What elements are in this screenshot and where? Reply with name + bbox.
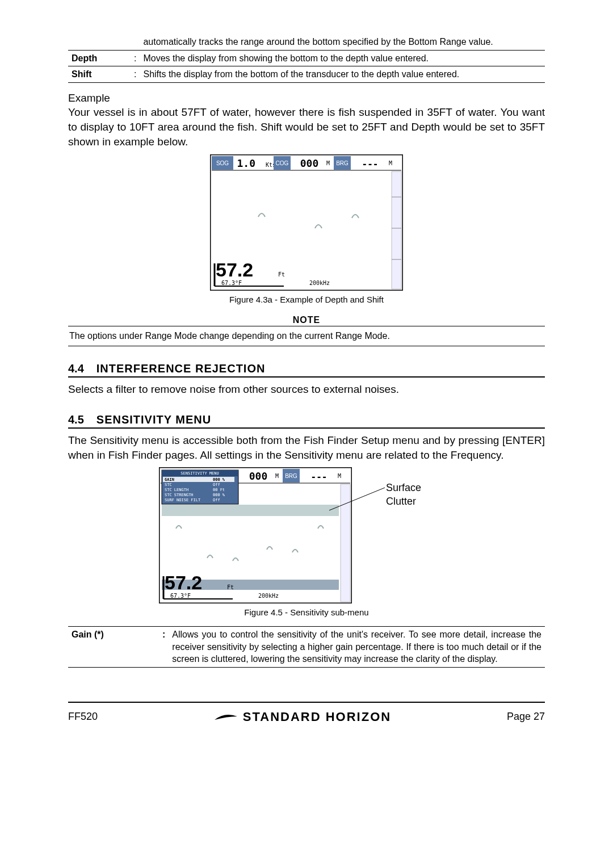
section-title: SENSITIVITY MENU [96,412,211,427]
footer-left: FF520 [68,710,98,723]
svg-text:COG: COG [276,160,289,166]
svg-text:BRG: BRG [285,473,297,479]
svg-rect-48 [162,505,339,516]
note-text: The options under Range Mode change depe… [69,331,390,341]
footer-right: Page 27 [507,710,545,723]
figure-4-5-caption: Figure 4.5 - Sensitivity sub-menu [68,607,545,618]
svg-rect-14 [392,171,401,289]
svg-text:Off: Off [213,498,220,502]
svg-text:SURF NOISE FILT: SURF NOISE FILT [165,498,201,502]
page-footer: FF520 STANDARD HORIZON Page 27 [68,702,545,726]
swoosh-icon [213,711,238,723]
gain-term: Gain (*) [68,626,159,667]
term-shift: Shift [68,66,131,83]
note-box: The options under Range Mode change depe… [68,326,545,346]
svg-text:SENSITIVITY MENU: SENSITIVITY MENU [180,471,219,476]
gain-definition: Gain (*) : Allows you to control the sen… [68,626,545,668]
svg-text:M: M [338,473,341,479]
svg-text:STC STRENGTH: STC STRENGTH [165,493,194,497]
svg-text:---: --- [311,471,328,482]
prev-desc: automatically tracks the range around th… [140,34,545,50]
desc-shift: Shifts the display from the bottom of th… [140,66,545,83]
term-depth: Depth [68,50,131,66]
gain-desc: Allows you to control the sensitivity of… [169,626,545,667]
svg-text:000: 000 [249,470,268,482]
brand-logo: STANDARD HORIZON [213,708,391,726]
svg-text:200kHz: 200kHz [258,593,279,599]
section-4-4-body: Selects a filter to remove noise from ot… [68,382,545,397]
svg-text:67.3°F: 67.3°F [170,593,191,599]
definition-table: automatically tracks the range around th… [68,34,545,83]
svg-text:---: --- [362,158,379,169]
svg-text:00 Ft: 00 Ft [213,488,225,492]
section-num: 4.5 [68,412,84,427]
note-title: NOTE [68,314,545,326]
svg-text:GAIN: GAIN [165,477,174,482]
svg-text:200kHz: 200kHz [309,280,330,286]
desc-depth: Moves the display from showing the botto… [140,50,545,66]
svg-text:M: M [326,160,330,166]
svg-text:BRG: BRG [336,160,349,166]
svg-text:STC LENGTH: STC LENGTH [165,488,188,492]
svg-text:STC: STC [165,483,172,487]
svg-text:67.3°F: 67.3°F [221,280,242,286]
svg-text:Off: Off [213,483,220,487]
example-text: Your vessel is in about 57FT of water, h… [68,105,545,149]
svg-text:000 %: 000 % [213,477,225,482]
svg-text:Ft: Ft [278,271,285,278]
svg-text:1.0: 1.0 [237,157,255,169]
svg-text:Ft: Ft [227,584,234,590]
example-label: Example [68,91,545,106]
section-num: 4.4 [68,361,84,376]
callout-surface-clutter: Surface Clutter [386,481,454,509]
svg-text:M: M [275,473,279,479]
svg-text:57.2: 57.2 [165,572,202,593]
svg-text:M: M [389,160,392,166]
figure-4-3a-caption: Figure 4.3a - Example of Depth and Shift [68,294,545,305]
svg-text:SOG: SOG [216,160,229,166]
figure-4-3a: SOG 1.0 Kts COG 000 M BRG --- M 57.2 Ft … [68,154,545,291]
section-title: INTERFERENCE REJECTION [96,361,266,376]
section-4-5-body: The Sensitivity menu is accessible both … [68,433,545,462]
section-4-5-heading: 4.5 SENSITIVITY MENU [68,412,545,429]
svg-rect-50 [341,484,350,602]
figure-4-5: 000 M BRG --- M SENSITIVITY MENU GAIN 00… [159,467,454,603]
section-4-4-heading: 4.4 INTERFERENCE REJECTION [68,361,545,378]
brand-text: STANDARD HORIZON [243,708,391,726]
svg-text:000 %: 000 % [213,493,225,497]
svg-text:000: 000 [300,157,319,169]
svg-text:57.2: 57.2 [216,259,253,280]
